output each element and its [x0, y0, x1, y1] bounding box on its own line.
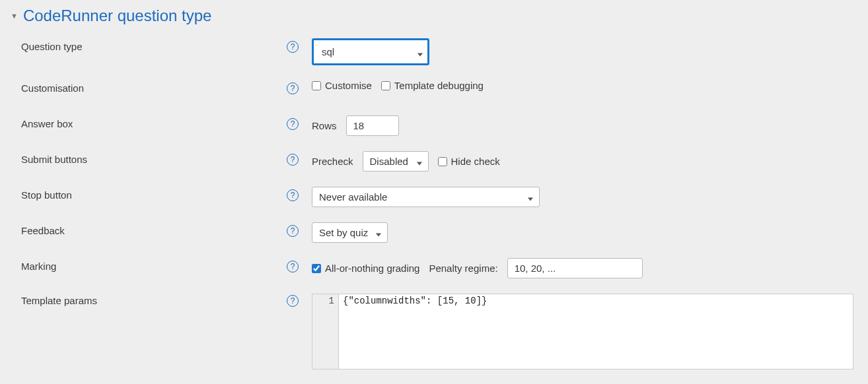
rows-input[interactable]	[346, 115, 399, 136]
code-body[interactable]: {"columnwidths": [15, 10]}	[339, 294, 853, 369]
label-customisation: Customisation	[21, 82, 84, 94]
section-title: CodeRunner question type	[23, 7, 212, 25]
question-type-select[interactable]: sql	[312, 38, 429, 65]
help-icon[interactable]: ?	[287, 41, 299, 53]
help-icon[interactable]: ?	[287, 154, 299, 166]
template-params-editor[interactable]: 1 {"columnwidths": [15, 10]}	[312, 294, 853, 369]
label-template-params: Template params	[21, 295, 97, 306]
label-marking: Marking	[21, 261, 56, 272]
feedback-select[interactable]: Set by quiz	[312, 222, 388, 243]
label-feedback: Feedback	[21, 225, 65, 236]
help-icon[interactable]: ?	[287, 189, 299, 201]
all-or-nothing-checkbox-label: All-or-nothing grading	[325, 263, 419, 274]
customise-checkbox[interactable]	[312, 81, 321, 90]
precheck-select[interactable]: Disabled	[363, 151, 429, 172]
precheck-label: Precheck	[312, 156, 353, 167]
row-stop-button: Stop button ? Never available	[11, 187, 868, 208]
help-icon[interactable]: ?	[287, 295, 299, 307]
penalty-regime-label: Penalty regime:	[429, 263, 497, 274]
template-debugging-checkbox-wrap[interactable]: Template debugging	[381, 80, 484, 91]
row-submit-buttons: Submit buttons ? Precheck Disabled Hide …	[11, 151, 868, 172]
all-or-nothing-checkbox[interactable]	[312, 264, 321, 273]
hide-check-checkbox[interactable]	[438, 157, 447, 166]
section-header[interactable]: ▼ CodeRunner question type	[11, 7, 868, 25]
label-submit-buttons: Submit buttons	[21, 154, 87, 165]
template-debugging-checkbox-label: Template debugging	[394, 80, 484, 91]
help-icon[interactable]: ?	[287, 225, 299, 237]
template-debugging-checkbox[interactable]	[381, 81, 390, 90]
stop-button-select[interactable]: Never available	[312, 187, 540, 207]
row-feedback: Feedback ? Set by quiz	[11, 222, 868, 243]
rows-label: Rows	[312, 120, 337, 131]
row-question-type: Question type ? sql	[11, 38, 868, 65]
help-icon[interactable]: ?	[287, 82, 299, 94]
all-or-nothing-checkbox-wrap[interactable]: All-or-nothing grading	[312, 263, 419, 274]
row-answer-box: Answer box ? Rows	[11, 115, 868, 137]
label-question-type: Question type	[21, 41, 83, 52]
help-icon[interactable]: ?	[287, 118, 299, 130]
customise-checkbox-wrap[interactable]: Customise	[312, 80, 372, 91]
row-template-params: Template params ? 1 {"columnwidths": [15…	[11, 294, 868, 369]
label-stop-button: Stop button	[21, 189, 72, 201]
row-customisation: Customisation ? Customise Template debug…	[11, 80, 868, 101]
penalty-regime-input[interactable]	[507, 258, 643, 278]
customise-checkbox-label: Customise	[325, 80, 372, 91]
code-gutter: 1	[312, 294, 339, 369]
collapse-icon: ▼	[11, 12, 18, 20]
hide-check-checkbox-label: Hide check	[451, 156, 500, 167]
hide-check-checkbox-wrap[interactable]: Hide check	[438, 156, 500, 167]
label-answer-box: Answer box	[21, 118, 73, 129]
help-icon[interactable]: ?	[287, 261, 299, 272]
row-marking: Marking ? All-or-nothing grading Penalty…	[11, 258, 868, 279]
